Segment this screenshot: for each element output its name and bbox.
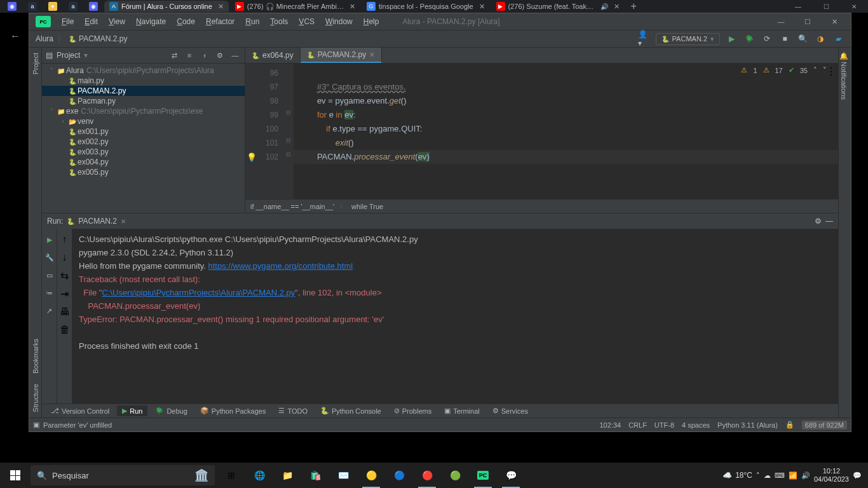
down-icon[interactable]: ↓: [62, 252, 67, 263]
menu-view[interactable]: View: [104, 15, 130, 28]
editor-tab[interactable]: 🐍ex064.py: [245, 48, 301, 63]
console-link[interactable]: https://www.pygame.org/contribute.html: [208, 261, 353, 271]
project-label[interactable]: Project: [57, 51, 80, 60]
breadcrumb-root[interactable]: Alura: [36, 34, 53, 43]
exit-icon[interactable]: ↗: [44, 305, 55, 316]
tree-row[interactable]: 🐍 ex001.py: [42, 126, 245, 137]
collapse-all-icon[interactable]: ⫞: [199, 50, 210, 61]
browser-maximize[interactable]: ☐: [812, 0, 840, 13]
tool-python-packages[interactable]: 📦Python Packages: [195, 405, 271, 416]
structure-tool-tab[interactable]: Structure: [31, 379, 41, 417]
editor-breadcrumbs[interactable]: if __name__ == '__main__'〉while True: [245, 199, 838, 213]
menu-vcs[interactable]: VCS: [294, 15, 319, 28]
hide-tool-icon[interactable]: —: [229, 50, 241, 61]
inspection-widget[interactable]: ⚠1 ⚠17 ✔35 ˄ ˅: [741, 66, 827, 74]
taskbar-clock[interactable]: 10:12 04/04/2023: [814, 467, 849, 484]
ide-close[interactable]: ✕: [822, 15, 847, 29]
console-output[interactable]: C:\Users\pipiu\Alura\Scripts\python.exe …: [72, 229, 838, 403]
tool-services[interactable]: ⚙Services: [487, 405, 533, 416]
taskbar-search[interactable]: 🔍 Pesquisar 🏛️: [31, 465, 215, 485]
interpreter[interactable]: Python 3.11 (Alura): [717, 421, 778, 429]
tool-settings-icon[interactable]: ⚙: [214, 50, 226, 61]
stop-button-icon[interactable]: ■: [778, 32, 791, 45]
pycharm-task-icon[interactable]: PC: [469, 463, 497, 488]
notifications-icon[interactable]: 💬: [853, 471, 862, 480]
select-opened-file-icon[interactable]: ⇄: [168, 50, 180, 61]
close-tab-icon[interactable]: ✕: [218, 3, 224, 11]
editor-more-icon[interactable]: ⋮: [826, 65, 836, 78]
close-tab-icon[interactable]: ✕: [614, 3, 620, 11]
tool-todo[interactable]: ☰TODO: [273, 405, 313, 416]
pin-icon[interactable]: ▭: [44, 269, 55, 281]
start-button[interactable]: [0, 463, 31, 488]
layout-icon[interactable]: ≔: [44, 287, 55, 299]
expand-all-icon[interactable]: ≡: [184, 50, 195, 61]
run-tool-config[interactable]: PACMAN.2: [78, 217, 116, 226]
breadcrumb[interactable]: Alura 〉 🐍PACMAN.2.py: [36, 34, 127, 44]
bookmarks-tool-tab[interactable]: Bookmarks: [31, 334, 41, 379]
browser-minimize[interactable]: —: [784, 0, 812, 13]
tree-row[interactable]: 🐍 ex004.py: [42, 157, 245, 167]
tool-python-console[interactable]: 🐍Python Console: [315, 405, 386, 416]
close-editor-tab-icon[interactable]: ✕: [369, 51, 375, 59]
project-tree[interactable]: ˅📁 Alura C:\Users\pipiu\PycharmProjects\…: [42, 64, 245, 213]
menu-navigate[interactable]: Navigate: [132, 15, 170, 28]
edge-icon[interactable]: 🌐: [245, 463, 273, 488]
browser-tab[interactable]: a: [64, 1, 83, 12]
tree-row[interactable]: 🐍 ex002.py: [42, 137, 245, 147]
code-with-me-icon[interactable]: ▰: [832, 32, 844, 45]
browser-tab[interactable]: ●: [43, 1, 62, 12]
intention-bulb-icon[interactable]: 💡: [247, 152, 257, 162]
browser-close[interactable]: ✕: [840, 0, 868, 13]
chrome2-icon[interactable]: 🟢: [441, 463, 469, 488]
tool-windows-icon[interactable]: ▣: [33, 421, 39, 429]
debug-button-icon[interactable]: 🪲: [743, 32, 756, 45]
readonly-lock-icon[interactable]: 🔒: [785, 421, 794, 429]
run-coverage-icon[interactable]: ⟳: [761, 32, 773, 45]
tree-row[interactable]: ˅📁 Alura C:\Users\pipiu\PycharmProjects\…: [42, 65, 245, 76]
copilot-icon[interactable]: 🔵: [385, 463, 413, 488]
tree-row[interactable]: ›📂 venv: [42, 116, 245, 126]
soft-wrap-icon[interactable]: ⇆: [60, 269, 69, 281]
file-encoding[interactable]: UTF-8: [654, 421, 674, 429]
rerun-icon[interactable]: ▶: [44, 234, 55, 245]
editor-tab[interactable]: 🐍PACMAN.2.py✕: [301, 48, 382, 63]
caret-position[interactable]: 102:34: [599, 421, 621, 429]
discord-icon[interactable]: 💬: [497, 463, 525, 488]
print-icon[interactable]: 🖶: [60, 306, 70, 318]
indent-config[interactable]: 4 spaces: [682, 421, 710, 429]
ide-minimize[interactable]: —: [768, 15, 794, 29]
breadcrumb-file[interactable]: PACMAN.2.py: [79, 34, 127, 43]
wifi-icon[interactable]: 📶: [789, 471, 797, 480]
menu-tools[interactable]: Tools: [266, 15, 292, 28]
menu-code[interactable]: Code: [172, 15, 200, 28]
tool-run[interactable]: ▶Run: [117, 405, 147, 416]
menu-refactor[interactable]: Refactor: [201, 15, 239, 28]
onedrive-icon[interactable]: ☁: [764, 471, 771, 480]
mail-icon[interactable]: ✉️: [329, 463, 357, 488]
ide-updates-icon[interactable]: ◑: [814, 32, 827, 45]
ide-maximize[interactable]: ☐: [795, 15, 820, 29]
tool-problems[interactable]: ⊘Problems: [389, 405, 437, 416]
language-icon[interactable]: ⌨: [775, 471, 785, 480]
store-icon[interactable]: 🛍️: [301, 463, 329, 488]
console-file-link[interactable]: C:\Users\pipiu\PycharmProjects\Alura\PAC…: [102, 288, 295, 297]
close-tab-icon[interactable]: ✕: [349, 3, 355, 11]
browser-tab[interactable]: Gtinspace lol - Pesquisa Google✕: [362, 1, 490, 12]
opera-icon[interactable]: 🔴: [413, 463, 441, 488]
browser-back-button[interactable]: ←: [8, 29, 23, 44]
tray-chevron-icon[interactable]: ˄: [756, 471, 760, 480]
notifications-tool-tab[interactable]: 🔔 Notifications: [839, 48, 850, 104]
up-icon[interactable]: ↑: [62, 234, 67, 245]
explorer-icon[interactable]: 📁: [273, 463, 301, 488]
browser-tab[interactable]: ◉: [3, 1, 22, 12]
tree-row[interactable]: 🐍 ex005.py: [42, 167, 245, 177]
chrome-icon[interactable]: 🟡: [357, 463, 385, 488]
run-hide-icon[interactable]: —: [825, 217, 833, 226]
run-config-selector[interactable]: 🐍 PACMAN.2 ▾: [656, 33, 720, 45]
add-config-icon[interactable]: 👤▾: [638, 32, 651, 45]
tool-debug[interactable]: 🪲Debug: [150, 405, 192, 416]
tree-row[interactable]: 🐍 Pacman.py: [42, 96, 245, 106]
tool-version-control[interactable]: ⎇Version Control: [46, 405, 114, 416]
task-view-icon[interactable]: ⊞: [217, 463, 245, 488]
